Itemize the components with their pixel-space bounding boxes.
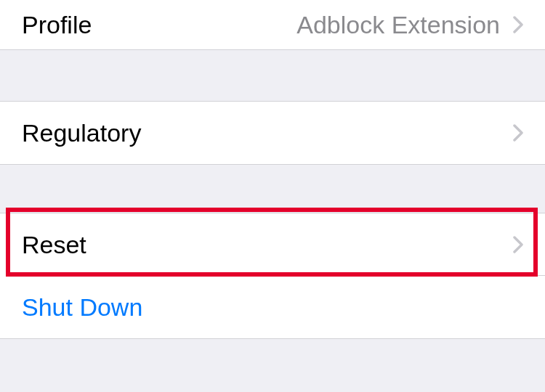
row-profile[interactable]: Profile Adblock Extension xyxy=(0,0,545,49)
settings-group-reset: Reset Shut Down xyxy=(0,213,545,339)
settings-group-regulatory: Regulatory xyxy=(0,101,545,165)
row-profile-detail: Adblock Extension xyxy=(296,11,500,39)
chevron-right-icon xyxy=(513,124,523,142)
row-reset[interactable]: Reset xyxy=(0,213,545,276)
row-shut-down[interactable]: Shut Down xyxy=(0,276,545,338)
row-regulatory-label: Regulatory xyxy=(22,119,141,147)
row-profile-label: Profile xyxy=(22,11,92,39)
chevron-right-icon xyxy=(513,236,523,253)
row-regulatory[interactable]: Regulatory xyxy=(0,102,545,164)
row-reset-label: Reset xyxy=(22,231,86,259)
chevron-right-icon xyxy=(513,16,523,33)
row-shut-down-label: Shut Down xyxy=(22,293,142,322)
settings-group-profile: Profile Adblock Extension xyxy=(0,0,545,50)
